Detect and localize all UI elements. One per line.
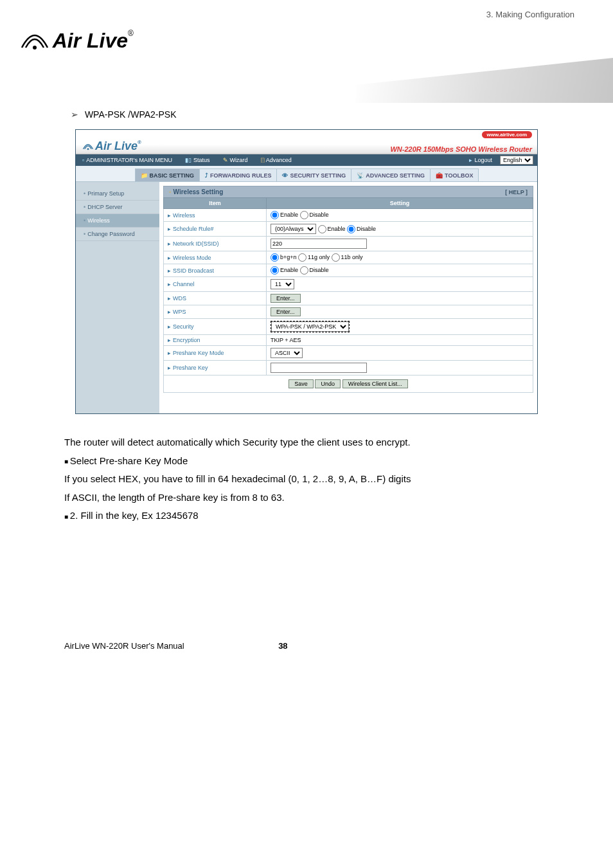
wireless-disable-radio[interactable]: Disable <box>300 212 329 218</box>
encryption-value: TKIP + AES <box>267 335 533 346</box>
wand-icon: ✎ <box>223 157 228 163</box>
schedule-disable-radio[interactable]: Disable <box>347 226 376 232</box>
row-ssid-broadcast: ▸SSID Broadcast Enable Disable <box>164 264 533 277</box>
footer-title: AirLive WN-220R User's Manual <box>64 641 184 651</box>
row-schedule: ▸Schedule Rule# (00)Always Enable Disabl… <box>164 222 533 237</box>
section-heading-text: WPA-PSK /WPA2-PSK <box>85 109 177 120</box>
toolbox-icon: 🧰 <box>436 172 443 179</box>
logo-text: Air Live <box>53 29 128 53</box>
model-line: WN-220R 150Mbps SOHO Wireless Router <box>390 144 537 154</box>
arrow-icon: ➢ <box>71 109 82 120</box>
menu-advanced[interactable]: ⌸Advanced <box>254 157 298 163</box>
router-banner: Air Live® www.airlive.com WN-220R 150Mbp… <box>76 130 537 154</box>
svg-point-0 <box>33 46 37 50</box>
undo-button[interactable]: Undo <box>315 379 341 388</box>
brand-small-text: Air Live <box>95 140 138 152</box>
broadcast-enable-radio[interactable]: Enable <box>271 267 298 273</box>
antenna-icon: 📡 <box>357 172 364 179</box>
menubar: ▫ADMINISTRATOR's MAIN MENU ▮▯Status ✎Wiz… <box>76 154 537 166</box>
bullet1: Select Pre-share Key Mode <box>64 452 549 471</box>
schedule-select[interactable]: (00)Always <box>271 224 316 234</box>
model-number: WN-220R <box>390 145 421 153</box>
psk-input[interactable] <box>271 363 367 373</box>
row-wds: ▸WDS Enter... <box>164 292 533 305</box>
row-channel: ▸Channel 11 <box>164 277 533 292</box>
site-badge[interactable]: www.airlive.com <box>482 131 532 138</box>
row-wireless-mode: ▸Wireless Mode b+g+n 11g only 11b only <box>164 251 533 264</box>
wds-enter-button[interactable]: Enter... <box>271 294 301 303</box>
tab-advanced-setting[interactable]: 📡ADVANCED SETTING <box>351 168 431 181</box>
save-button[interactable]: Save <box>289 379 314 388</box>
psk-mode-select[interactable]: ASCII <box>271 348 303 358</box>
wps-enter-button[interactable]: Enter... <box>271 307 301 316</box>
ssid-input[interactable] <box>271 239 367 249</box>
row-security: ▸Security WPA-PSK / WPA2-PSK <box>164 319 533 335</box>
schedule-enable-radio[interactable]: Enable <box>318 226 346 232</box>
model-desc: 150Mbps SOHO Wireless Router <box>423 145 532 153</box>
svg-point-1 <box>87 149 89 150</box>
router-ui: Air Live® www.airlive.com WN-220R 150Mbp… <box>75 129 538 414</box>
row-wps: ▸WPS Enter... <box>164 305 533 319</box>
para2: If you select HEX, you have to fill in 6… <box>64 470 549 489</box>
page-number: 38 <box>278 641 287 651</box>
tab-security-setting[interactable]: 👁SECURITY SETTING <box>276 168 351 181</box>
sidebar: •Primary Setup •DHCP Server •Wireless •C… <box>76 182 159 413</box>
channel-select[interactable]: 11 <box>271 279 294 289</box>
broadcast-disable-radio[interactable]: Disable <box>300 267 329 273</box>
logo-trademark: ® <box>128 29 134 38</box>
row-wireless: ▸Wireless Enable Disable <box>164 209 533 222</box>
airlive-logo: Air Live® <box>19 29 134 53</box>
page-footer: AirLive WN-220R User's Manual 38 <box>0 525 613 670</box>
share-icon: ⤴ <box>205 172 208 179</box>
logo-area: Air Live® <box>0 19 613 84</box>
sidebar-item-change-password[interactable]: •Change Password <box>76 228 159 241</box>
mode-11b-radio[interactable]: 11b only <box>332 254 363 260</box>
tool-icon: ⌸ <box>261 157 264 163</box>
menu-wizard[interactable]: ✎Wizard <box>217 157 254 163</box>
settings-table: Item Setting ▸Wireless Enable Disable <box>163 197 533 375</box>
menu-status[interactable]: ▮▯Status <box>179 157 217 163</box>
wireless-client-list-button[interactable]: Wireless Client List... <box>342 379 408 388</box>
tab-basic-setting[interactable]: 📁BASIC SETTING <box>135 168 200 181</box>
body-text: The router will detect automatically whi… <box>0 433 613 525</box>
content-panel: ▫Wireless Setting [ HELP ] Item Setting … <box>159 182 537 413</box>
row-preshare-key: ▸Preshare Key <box>164 361 533 375</box>
row-preshare-key-mode: ▸Preshare Key Mode ASCII <box>164 346 533 361</box>
folder-icon: 📁 <box>141 172 148 179</box>
wireless-enable-radio[interactable]: Enable <box>271 212 298 218</box>
signal-icon: ▮▯ <box>185 157 191 163</box>
eye-icon: 👁 <box>282 172 288 179</box>
sidebar-item-dhcp-server[interactable]: •DHCP Server <box>76 201 159 214</box>
bullet2: 2. Fill in the key, Ex 12345678 <box>64 507 549 525</box>
brand-small: Air Live® <box>76 137 141 154</box>
header-swoosh <box>356 58 613 103</box>
tab-forwarding-rules[interactable]: ⤴FORWARDING RULES <box>199 168 277 181</box>
button-row: Save Undo Wireless Client List... <box>163 375 533 393</box>
mode-11g-radio[interactable]: 11g only <box>298 254 330 260</box>
sidebar-item-primary-setup[interactable]: •Primary Setup <box>76 187 159 201</box>
menu-logout[interactable]: ▸Logout <box>463 157 499 163</box>
panel-title: ▫Wireless Setting <box>169 188 223 195</box>
main-menu-label[interactable]: ▫ADMINISTRATOR's MAIN MENU <box>76 157 179 163</box>
sidebar-item-wireless[interactable]: •Wireless <box>76 214 159 228</box>
help-link[interactable]: [ HELP ] <box>505 189 528 195</box>
tabbar: 📁BASIC SETTING ⤴FORWARDING RULES 👁SECURI… <box>76 166 537 182</box>
mode-bgn-radio[interactable]: b+g+n <box>271 254 297 260</box>
row-encryption: ▸Encryption TKIP + AES <box>164 335 533 346</box>
para3: If ASCII, the length of Pre-share key is… <box>64 489 549 507</box>
col-item: Item <box>164 198 267 209</box>
para1: The router will detect automatically whi… <box>64 433 549 452</box>
page-context-header: 3. Making Configuration <box>0 0 613 19</box>
language-select[interactable]: English <box>500 156 533 165</box>
security-select[interactable]: WPA-PSK / WPA2-PSK <box>271 321 349 332</box>
col-setting: Setting <box>267 198 533 209</box>
row-ssid: ▸Network ID(SSID) <box>164 237 533 251</box>
tab-toolbox[interactable]: 🧰TOOLBOX <box>430 168 479 181</box>
